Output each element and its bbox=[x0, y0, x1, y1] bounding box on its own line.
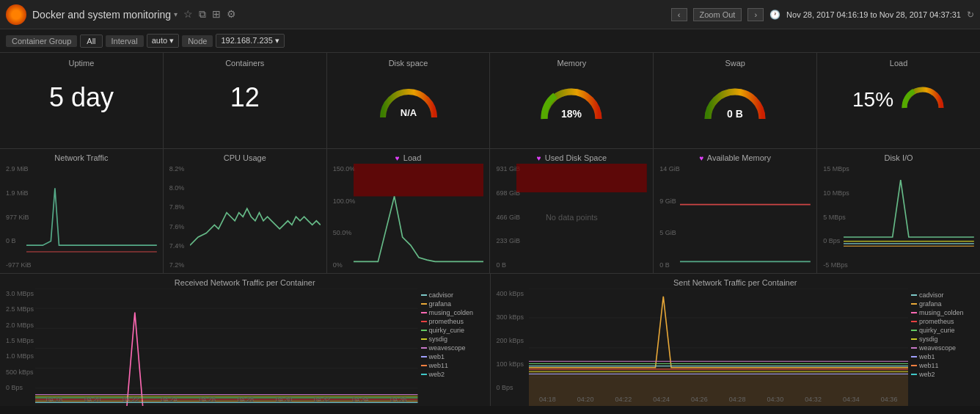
filter-bar: Container Group All Interval auto ▾ Node… bbox=[0, 29, 980, 53]
legend-weavescope: weavescope bbox=[421, 344, 484, 352]
network-svg bbox=[26, 164, 157, 269]
cpu-svg bbox=[190, 164, 321, 269]
disk-io-chart: 15 MBps10 MBps5 MBps0 Bps-5 MBps bbox=[823, 164, 974, 270]
sent-legend-grafana: grafana bbox=[911, 300, 974, 308]
svg-marker-4 bbox=[516, 164, 647, 192]
zoom-out-right-btn[interactable]: › bbox=[747, 8, 764, 21]
zoom-out-left-btn[interactable]: ‹ bbox=[671, 8, 687, 21]
memory-heart-icon: ♥ bbox=[699, 154, 703, 162]
legend-sysdig: sysdig bbox=[421, 335, 484, 343]
load-panel: Load 15% bbox=[817, 53, 980, 148]
load-value: 15% bbox=[852, 88, 893, 112]
network-traffic-panel: Network Traffic 2.9 MiB1.9 MiB977 KiB0 B… bbox=[0, 149, 164, 273]
avail-memory-title: ♥ Available Memory bbox=[659, 153, 811, 162]
diskspace-gauge: N/A bbox=[372, 73, 445, 125]
disk-io-title: Disk I/O bbox=[823, 153, 974, 162]
auto-interval-btn[interactable]: auto ▾ bbox=[147, 34, 179, 48]
load-chart: 150.0%100.0%50.0%0% bbox=[333, 164, 484, 270]
received-y-labels: 3.0 MBps2.5 MBps2.0 MBps1.5 MBps1.0 MBps… bbox=[6, 288, 34, 393]
load-y-labels: 150.0%100.0%50.0%0% bbox=[333, 164, 356, 270]
containers-value: 12 bbox=[230, 82, 260, 113]
memory-y-labels: 14 GiB9 GiB5 GiB0 B bbox=[659, 164, 680, 270]
sent-legend-web1: web1 bbox=[911, 353, 974, 360]
diskio-svg bbox=[844, 164, 974, 269]
legend-web2: web2 bbox=[421, 371, 484, 378]
star-icon[interactable]: ☆ bbox=[183, 8, 193, 21]
received-chart-area: 3.0 MBps2.5 MBps2.0 MBps1.5 MBps1.0 MBps… bbox=[6, 288, 484, 403]
disk-heart-icon: ♥ bbox=[537, 154, 541, 162]
diskspace-title: Disk space bbox=[389, 59, 428, 68]
sent-legend-web11: web11 bbox=[911, 362, 974, 369]
used-disk-chart: 931 GiB698 GiB466 GiB233 GiB0 B No data … bbox=[496, 164, 647, 270]
legend-web1: web1 bbox=[421, 353, 484, 360]
all-filter-btn[interactable]: All bbox=[80, 34, 102, 48]
load-mini-gauge bbox=[901, 75, 945, 112]
network-traffic-title: Network Traffic bbox=[6, 153, 157, 162]
copy-icon[interactable]: ⧉ bbox=[199, 8, 206, 21]
settings-icon[interactable]: ⚙ bbox=[227, 8, 236, 21]
disk-io-panel: Disk I/O 15 MBps10 MBps5 MBps0 Bps-5 MBp… bbox=[817, 149, 980, 273]
load-svg bbox=[354, 164, 484, 269]
node-value-btn[interactable]: 192.168.7.235 ▾ bbox=[216, 34, 284, 48]
legend-web11: web11 bbox=[421, 362, 484, 369]
memory-title: Memory bbox=[557, 59, 587, 68]
load-chart-panel: ♥ Load 150.0%100.0%50.0%0% bbox=[327, 149, 491, 273]
svg-text:0 B: 0 B bbox=[727, 108, 743, 120]
interval-label: Interval bbox=[106, 35, 144, 47]
no-data-label: No data points bbox=[546, 213, 598, 222]
sent-legend-sysdig: sysdig bbox=[911, 335, 974, 343]
bottom-row: Received Network Traffic per Container 3… bbox=[0, 274, 980, 406]
swap-panel: Swap 0 B bbox=[654, 53, 817, 148]
load-heart-icon: ♥ bbox=[395, 154, 400, 162]
dashboard-title: Docker and system monitoring bbox=[32, 9, 171, 21]
refresh-icon[interactable]: ↻ bbox=[967, 10, 974, 20]
uptime-value: 5 day bbox=[49, 82, 114, 113]
sent-traffic-title: Sent Network Traffic per Container bbox=[497, 278, 975, 287]
avail-memory-panel: ♥ Available Memory 14 GiB9 GiB5 GiB0 B bbox=[654, 149, 817, 273]
memory-panel: Memory 18% bbox=[490, 53, 654, 148]
metrics-row: Uptime 5 day Containers 12 Disk space N/… bbox=[0, 53, 980, 149]
used-disk-panel: ♥ Used Disk Space 931 GiB698 GiB466 GiB2… bbox=[490, 149, 654, 273]
containers-title: Containers bbox=[225, 59, 264, 68]
legend-musing-colden: musing_colden bbox=[421, 309, 484, 316]
received-x-labels: 04:1804:2004:2204:2404:2604:2804:3004:32… bbox=[35, 396, 418, 403]
sent-traffic-panel: Sent Network Traffic per Container 400 k… bbox=[491, 274, 981, 406]
legend-quirky-curie: quirky_curie bbox=[421, 327, 484, 334]
cpu-usage-panel: CPU Usage 8.2%8.0%7.8%7.6%7.4%7.2% bbox=[164, 149, 327, 273]
zoom-out-btn[interactable]: Zoom Out bbox=[693, 8, 742, 21]
legend-grafana: grafana bbox=[421, 300, 484, 308]
sent-legend-quirky-curie: quirky_curie bbox=[911, 327, 974, 334]
grafana-logo bbox=[6, 4, 26, 25]
share-icon[interactable]: ⊞ bbox=[212, 8, 221, 21]
uptime-panel: Uptime 5 day bbox=[0, 53, 164, 148]
received-legend: cadvisor grafana musing_colden prometheu… bbox=[418, 288, 484, 403]
cpu-chart: 8.2%8.0%7.8%7.6%7.4%7.2% bbox=[169, 164, 321, 270]
received-traffic-title: Received Network Traffic per Container bbox=[6, 278, 484, 287]
uptime-title: Uptime bbox=[68, 59, 94, 68]
load-title: Load bbox=[890, 59, 907, 68]
svg-text:N/A: N/A bbox=[400, 107, 417, 118]
sent-legend-web2: web2 bbox=[911, 371, 974, 378]
top-bar-icons: ☆ ⧉ ⊞ ⚙ bbox=[183, 8, 236, 21]
cpu-title: CPU Usage bbox=[169, 153, 321, 162]
load-chart-title: ♥ Load bbox=[333, 153, 484, 162]
top-bar: Docker and system monitoring ▾ ☆ ⧉ ⊞ ⚙ ‹… bbox=[0, 0, 980, 29]
node-label: Node bbox=[182, 35, 213, 47]
clock-icon: 🕐 bbox=[769, 10, 780, 20]
time-range[interactable]: Nov 28, 2017 04:16:19 to Nov 28, 2017 04… bbox=[786, 10, 961, 19]
sent-legend-prometheus: prometheus bbox=[911, 318, 974, 325]
legend-prometheus: prometheus bbox=[421, 318, 484, 325]
container-group-label: Container Group bbox=[6, 35, 77, 47]
title-caret: ▾ bbox=[174, 10, 178, 18]
used-disk-title: ♥ Used Disk Space bbox=[496, 153, 647, 162]
avail-memory-chart: 14 GiB9 GiB5 GiB0 B bbox=[659, 164, 811, 270]
sent-chart-area: 400 kBps300 kBps200 kBps100 kBps0 Bps bbox=[497, 288, 975, 403]
sent-y-labels: 400 kBps300 kBps200 kBps100 kBps0 Bps bbox=[497, 288, 524, 393]
network-traffic-chart: 2.9 MiB1.9 MiB977 KiB0 B-977 KiB bbox=[6, 164, 157, 270]
containers-panel: Containers 12 bbox=[164, 53, 327, 148]
sent-legend-cadvisor: cadvisor bbox=[911, 291, 974, 299]
received-svg bbox=[35, 288, 418, 406]
sent-svg bbox=[529, 288, 909, 406]
swap-gauge: 0 B bbox=[695, 73, 775, 126]
sent-legend-weavescope: weavescope bbox=[911, 344, 974, 352]
